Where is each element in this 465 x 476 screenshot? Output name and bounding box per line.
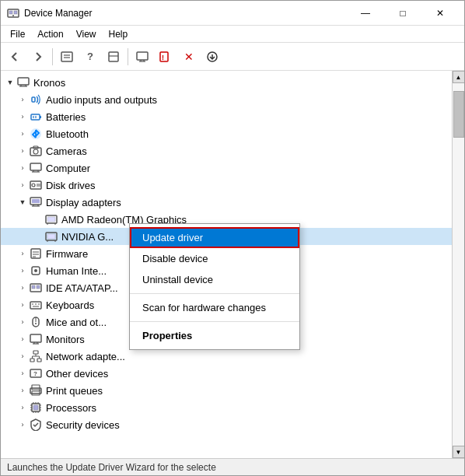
title-bar-controls: — □ ✕ [348,1,458,26]
svg-rect-29 [30,163,41,170]
tree-item-print[interactable]: › Print queues [1,382,452,399]
tree-item-cameras[interactable]: › Cameras [1,142,452,159]
expand-human[interactable]: › [16,264,29,277]
svg-text:?: ? [33,370,37,377]
tree-item-bluetooth[interactable]: › Bluetooth [1,125,452,142]
svg-rect-20 [32,97,35,102]
ctx-disable-device[interactable]: Disable device [130,248,299,269]
cameras-icon [29,144,43,158]
expand-processors[interactable]: › [16,401,29,414]
tree-item-batteries[interactable]: › Batteries [1,108,452,125]
expand-batteries[interactable]: › [16,110,29,123]
expand-root[interactable]: ▼ [4,76,16,89]
menu-view[interactable]: View [70,27,103,41]
install-button[interactable] [201,46,223,68]
minimize-button[interactable]: — [348,1,383,26]
svg-rect-2 [14,11,17,14]
computer-item-icon [29,161,43,175]
expand-monitors[interactable]: › [16,333,29,345]
properties-button[interactable] [56,46,78,68]
tree-item-display[interactable]: ▼ Display adapters [1,194,452,211]
scrollbar-thumb[interactable] [453,91,464,138]
monitors-label: Monitors [46,334,85,345]
expand-ide[interactable]: › [16,282,29,294]
ide-icon [29,281,43,295]
svg-rect-38 [32,199,40,203]
ctx-properties[interactable]: Properties [130,325,299,346]
tree-item-audio[interactable]: › Audio inputs and outputs [1,91,452,108]
tree-item-processors[interactable]: › [1,399,452,416]
svg-point-55 [34,269,37,272]
expand-security[interactable]: › [16,418,29,431]
disk-icon [29,178,43,192]
expand-bluetooth[interactable]: › [16,128,29,140]
scrollbar-track[interactable] [453,83,465,446]
cameras-label: Cameras [46,145,87,157]
svg-rect-71 [33,351,38,354]
window-icon [7,7,19,19]
human-label: Human Inte... [46,265,107,277]
display-label: Display adapters [46,197,121,208]
device-manager-window: Device Manager — □ ✕ File Action View He… [0,0,465,476]
expand-display[interactable]: ▼ [16,196,29,208]
tree-item-network[interactable]: › Network adapte... [1,348,452,365]
svg-rect-16 [18,78,29,85]
expand-other[interactable]: › [16,367,29,380]
back-button[interactable] [4,46,26,68]
ctx-update-driver-label: Update driver [142,232,203,243]
svg-rect-85 [33,405,38,410]
expand-disk[interactable]: › [16,179,29,191]
ctx-uninstall-device[interactable]: Uninstall device [130,269,299,290]
svg-point-66 [35,323,37,324]
scrollbar[interactable]: ▲ ▼ [452,71,464,458]
main-content: ▼ Kronos › [1,71,464,458]
other-icon: ? [29,366,43,380]
svg-rect-22 [40,116,41,118]
keyboards-label: Keyboards [46,299,94,311]
network-label: Network adapte... [46,351,125,362]
svg-text:!: ! [162,54,164,61]
scroll-up-button[interactable]: ▲ [453,71,465,83]
menu-action[interactable]: Action [31,27,69,41]
tree-root[interactable]: ▼ Kronos [1,74,452,91]
status-bar: Launches the Update Driver Wizard for th… [1,458,464,475]
close-button[interactable]: ✕ [422,1,458,26]
ctx-scan-hardware[interactable]: Scan for hardware changes [130,297,299,318]
scan-button[interactable] [103,46,124,68]
title-bar: Device Manager — □ ✕ [1,1,464,26]
scroll-down-button[interactable]: ▼ [453,446,465,458]
svg-rect-67 [30,334,41,342]
expand-keyboards[interactable]: › [16,299,29,311]
tree-item-other[interactable]: › ? Other devices [1,365,452,382]
ctx-update-driver[interactable]: Update driver [130,227,299,248]
expand-computer[interactable]: › [16,162,29,174]
expand-mice[interactable]: › [16,316,29,328]
menu-file[interactable]: File [4,27,31,41]
remove-button[interactable]: ✕ [178,46,200,68]
svg-rect-4 [61,52,72,61]
expand-firmware[interactable]: › [16,247,29,260]
window-title: Device Manager [24,8,348,19]
svg-rect-72 [30,359,34,362]
tree-item-security[interactable]: › Security devices [1,416,452,433]
print-icon [29,383,43,397]
tree-item-disk[interactable]: › Disk drives [1,177,452,194]
update-button[interactable]: ! [155,46,177,68]
monitor-button[interactable] [131,46,153,68]
mouse-icon [29,315,43,329]
menu-bar: File Action View Help [1,26,464,43]
expand-print[interactable]: › [16,384,29,397]
expand-network[interactable]: › [16,350,29,362]
expand-cameras[interactable]: › [16,145,29,157]
nvidia-label: NVIDIA G... [61,231,114,243]
svg-point-34 [32,184,35,187]
print-label: Print queues [46,385,103,397]
help-button[interactable]: ? [79,46,101,68]
forward-button[interactable] [27,46,49,68]
menu-help[interactable]: Help [103,27,135,41]
amd-icon [44,212,58,226]
maximize-button[interactable]: □ [385,1,421,26]
bluetooth-label: Bluetooth [46,128,89,140]
tree-item-computer[interactable]: › Computer [1,159,452,177]
expand-audio[interactable]: › [16,93,29,106]
